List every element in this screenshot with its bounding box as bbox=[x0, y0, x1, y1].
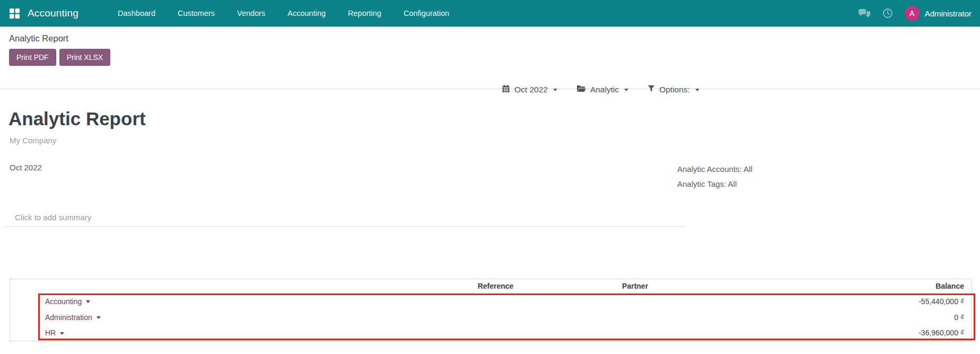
report-content: Analytic Report My Company Oct 2022 Anal… bbox=[0, 108, 980, 341]
filter-icon bbox=[648, 85, 655, 94]
print-pdf-button[interactable]: Print PDF bbox=[9, 49, 56, 66]
page-title: Analytic Report bbox=[8, 108, 980, 129]
date-filter-dropdown[interactable]: Oct 2022 bbox=[502, 84, 557, 95]
report-filters: Oct 2022 Analytic Options: bbox=[502, 81, 719, 99]
top-navbar: Accounting Dashboard Customers Vendors A… bbox=[0, 0, 980, 27]
user-name: Administrator bbox=[925, 9, 972, 18]
company-name: My Company bbox=[10, 136, 980, 145]
user-menu[interactable]: A Administrator bbox=[905, 6, 972, 21]
table-header-row: Reference Partner Balance bbox=[10, 279, 972, 293]
analytic-tags-line: Analytic Tags: All bbox=[677, 177, 752, 192]
menu-item-accounting[interactable]: Accounting bbox=[286, 1, 327, 25]
account-cell-accounting[interactable]: Accounting bbox=[10, 293, 395, 309]
menu-item-dashboard[interactable]: Dashboard bbox=[117, 1, 156, 25]
options-filter-dropdown[interactable]: Options: bbox=[648, 85, 699, 94]
summary-placeholder[interactable]: Click to add summary bbox=[4, 210, 685, 227]
partner-cell bbox=[597, 309, 673, 325]
balance-cell: -55,440,000 ₫ bbox=[673, 293, 972, 309]
analytic-accounts-line: Analytic Accounts: All bbox=[677, 162, 752, 177]
folder-open-icon bbox=[576, 85, 586, 94]
print-xlsx-button[interactable]: Print XLSX bbox=[59, 49, 110, 66]
header-partner: Partner bbox=[597, 279, 673, 293]
avatar: A bbox=[905, 6, 920, 21]
header-account bbox=[10, 279, 395, 293]
header-reference: Reference bbox=[395, 279, 597, 293]
main-menu: Dashboard Customers Vendors Accounting R… bbox=[117, 1, 450, 25]
app-title[interactable]: Accounting bbox=[28, 7, 78, 19]
analytic-filter-label: Analytic bbox=[590, 85, 619, 94]
balance-cell: -36,960,000 ₫ bbox=[673, 325, 972, 341]
reference-cell bbox=[395, 293, 597, 309]
chevron-down-icon bbox=[553, 89, 557, 91]
header-balance: Balance bbox=[673, 279, 972, 293]
chevron-down-icon bbox=[60, 332, 64, 335]
chevron-down-icon bbox=[97, 316, 101, 319]
menu-item-configuration[interactable]: Configuration bbox=[402, 1, 450, 25]
messages-icon[interactable] bbox=[858, 8, 871, 19]
chevron-down-icon bbox=[86, 300, 90, 303]
menu-item-vendors[interactable]: Vendors bbox=[236, 1, 266, 25]
chevron-down-icon bbox=[695, 89, 699, 91]
account-cell-administration[interactable]: Administration bbox=[10, 309, 395, 325]
balance-cell: 0 ₫ bbox=[673, 309, 972, 325]
table-row: HR -36,960,000 ₫ bbox=[10, 325, 972, 341]
report-period: Oct 2022 bbox=[10, 163, 42, 172]
report-filters-summary: Analytic Accounts: All Analytic Tags: Al… bbox=[677, 162, 752, 192]
reference-cell bbox=[395, 325, 597, 341]
control-panel: Analytic Report Print PDF Print XLSX Oct… bbox=[0, 27, 980, 89]
account-cell-hr[interactable]: HR bbox=[10, 325, 395, 341]
calendar-icon bbox=[502, 84, 510, 95]
table-row: Accounting -55,440,000 ₫ bbox=[10, 293, 972, 309]
chevron-down-icon bbox=[624, 89, 628, 91]
analytic-table: Reference Partner Balance Accounting -55… bbox=[10, 279, 972, 341]
menu-item-customers[interactable]: Customers bbox=[177, 1, 216, 25]
reference-cell bbox=[395, 309, 597, 325]
options-filter-label: Options: bbox=[659, 85, 690, 94]
menu-item-reporting[interactable]: Reporting bbox=[347, 1, 382, 25]
breadcrumb: Analytic Report bbox=[0, 27, 980, 44]
analytic-filter-dropdown[interactable]: Analytic bbox=[576, 85, 628, 94]
apps-grid-icon[interactable] bbox=[8, 7, 20, 19]
analytic-table-container: Reference Partner Balance Accounting -55… bbox=[10, 279, 972, 341]
partner-cell bbox=[597, 325, 673, 341]
date-filter-label: Oct 2022 bbox=[514, 85, 548, 94]
partner-cell bbox=[597, 293, 673, 309]
table-row: Administration 0 ₫ bbox=[10, 309, 972, 325]
activities-clock-icon[interactable] bbox=[882, 8, 893, 19]
